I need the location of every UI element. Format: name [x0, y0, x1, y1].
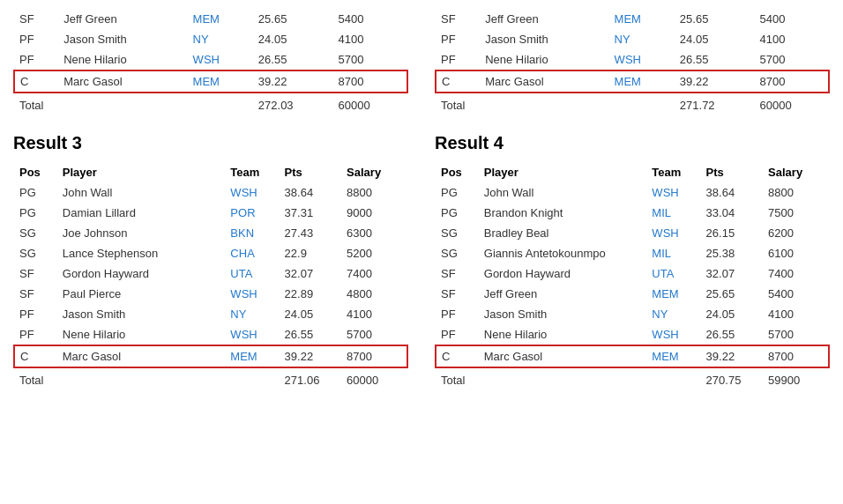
table-row: PFJason SmithNY24.054100	[14, 29, 407, 49]
col-header-pos: Pos	[436, 162, 479, 182]
col-header-pts: Pts	[280, 162, 341, 182]
table-row: SFGordon HaywardUTA32.077400	[436, 263, 829, 284]
table-row: PFJason SmithNY24.054100	[436, 29, 829, 49]
col-header-player: Player	[479, 162, 647, 182]
result-1-top: SFJeff GreenMEM25.655400PFJason SmithNY2…	[13, 9, 408, 115]
result-4-title: Result 4	[435, 133, 830, 153]
table-row: SFJeff GreenMEM25.655400	[436, 284, 829, 304]
result-4-table: Pos Player Team Pts Salary PGJohn WallWS…	[435, 162, 830, 390]
table-row: SGLance StephensonCHA22.95200	[14, 243, 407, 263]
col-header-salary: Salary	[341, 162, 407, 182]
result-3-title: Result 3	[13, 133, 408, 153]
table-row: CMarc GasolMEM39.228700	[14, 345, 407, 367]
total-row: Total270.7559900	[436, 367, 829, 390]
table-row: PGDamian LillardPOR37.319000	[14, 203, 407, 223]
table-row: CMarc GasolMEM39.228700	[436, 345, 829, 367]
table-row: SGJoe JohnsonBKN27.436300	[14, 223, 407, 243]
table-row: PFJason SmithNY24.054100	[14, 304, 407, 324]
table-row: CMarc GasolMEM39.228700	[14, 70, 407, 93]
table-row: SGGiannis AntetokounmpoMIL25.386100	[436, 243, 829, 263]
result-3-table: Pos Player Team Pts Salary PGJohn WallWS…	[13, 162, 408, 390]
table-row: SFJeff GreenMEM25.655400	[436, 9, 829, 29]
table-row: SFPaul PierceWSH22.894800	[14, 284, 407, 304]
table-row: PFJason SmithNY24.054100	[436, 304, 829, 324]
result-2-top: SFJeff GreenMEM25.655400PFJason SmithNY2…	[435, 9, 830, 115]
col-header-salary: Salary	[763, 162, 829, 182]
table-row: CMarc GasolMEM39.228700	[436, 70, 829, 93]
table-row: PFNene HilarioWSH26.555700	[436, 49, 829, 70]
table-row: SFJeff GreenMEM25.655400	[14, 9, 407, 29]
table-row: PFNene HilarioWSH26.555700	[14, 49, 407, 70]
total-row: Total271.0660000	[14, 367, 407, 390]
result-4-block: Result 4 Pos Player Team Pts Salary PGJo…	[435, 133, 830, 390]
table-row: PGJohn WallWSH38.648800	[436, 182, 829, 203]
col-header-team: Team	[225, 162, 279, 182]
col-header-player: Player	[57, 162, 226, 182]
table-row: PGBrandon KnightMIL33.047500	[436, 203, 829, 223]
table-row: PGJohn WallWSH38.648800	[14, 182, 407, 203]
total-row: Total272.0360000	[14, 93, 407, 115]
col-header-pos: Pos	[14, 162, 57, 182]
table-row: PFNene HilarioWSH26.555700	[14, 324, 407, 345]
table-row: SGBradley BealWSH26.156200	[436, 223, 829, 243]
result-3-block: Result 3 Pos Player Team Pts Salary PGJo…	[13, 133, 408, 390]
table-row: SFGordon HaywardUTA32.077400	[14, 263, 407, 284]
col-header-team: Team	[646, 162, 700, 182]
total-row: Total271.7260000	[436, 93, 829, 115]
col-header-pts: Pts	[701, 162, 763, 182]
results-bottom: Result 3 Pos Player Team Pts Salary PGJo…	[13, 133, 830, 390]
table-row: PFNene HilarioWSH26.555700	[436, 324, 829, 345]
